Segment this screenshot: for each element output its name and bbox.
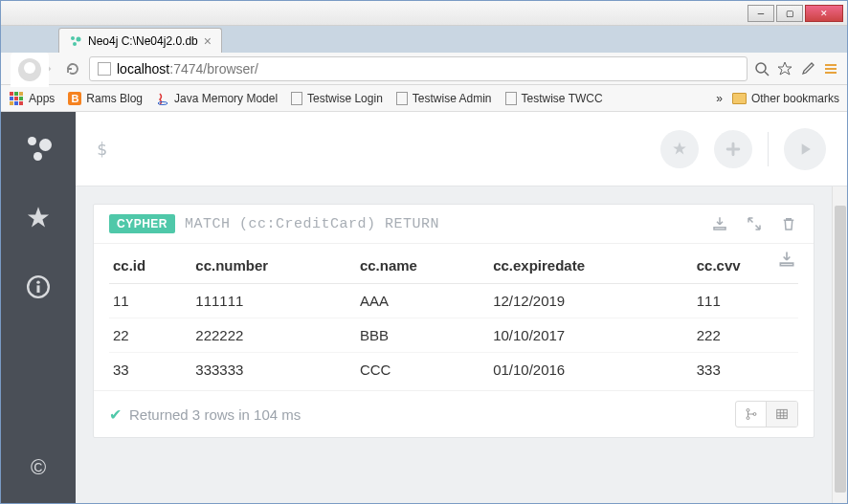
table-cell: 222222: [191, 318, 356, 353]
view-toggle: [735, 401, 798, 427]
bookmark-testwise-twcc[interactable]: Testwise TWCC: [505, 92, 603, 105]
bookmark-testwise-admin[interactable]: Testwise Admin: [396, 92, 492, 105]
table-cell: 111: [693, 284, 798, 318]
svg-rect-11: [36, 285, 39, 293]
apps-button[interactable]: Apps: [9, 91, 55, 106]
bookmarks-overflow[interactable]: »: [716, 92, 723, 105]
table-cell: 111111: [191, 284, 356, 318]
tab-close-icon[interactable]: ×: [204, 33, 212, 49]
profile-avatar[interactable]: [11, 53, 49, 87]
main-area: $ CYPHER MATCH (cc:CreditCard) RETURN: [76, 112, 847, 503]
table-view-button[interactable]: [767, 402, 797, 427]
table-cell: 333333: [191, 353, 356, 387]
table-cell: AAA: [356, 284, 489, 318]
query-editor[interactable]: $: [76, 112, 847, 186]
blogger-icon: B: [68, 92, 81, 105]
bookmark-rams-blog[interactable]: BRams Blog: [68, 92, 143, 105]
svg-point-0: [71, 36, 75, 40]
svg-point-14: [753, 413, 756, 416]
table-cell: 33: [109, 353, 191, 387]
download-icon: [777, 250, 796, 269]
url-text: localhost:7474/browser/: [117, 61, 258, 77]
result-card: CYPHER MATCH (cc:CreditCard) RETURN: [93, 204, 815, 438]
editor-prompt: $: [97, 139, 107, 159]
run-button[interactable]: [784, 128, 826, 170]
plus-icon: [724, 140, 743, 159]
minimize-button[interactable]: ─: [748, 5, 774, 22]
star-icon: [25, 205, 52, 231]
close-button[interactable]: ✕: [805, 5, 843, 22]
result-table: cc.id cc.number cc.name cc.expiredate cc…: [109, 248, 798, 386]
col-expiredate: cc.expiredate: [489, 248, 693, 284]
window: ─ ▢ ✕ Neo4j C:\Ne04j2.0.db × localhost:7…: [0, 0, 848, 504]
table-row: 11111111AAA12/12/2019111: [109, 284, 798, 318]
delete-button[interactable]: [779, 214, 798, 233]
query-text: MATCH (cc:CreditCard) RETURN: [185, 216, 439, 232]
zoom-icon[interactable]: [753, 60, 770, 77]
result-header: CYPHER MATCH (cc:CreditCard) RETURN: [94, 205, 814, 244]
reload-button[interactable]: [62, 58, 83, 79]
table-cell: BBB: [356, 318, 489, 353]
play-icon: [795, 140, 815, 159]
expand-button[interactable]: [745, 214, 764, 233]
browser-toolbar: localhost:7474/browser/: [1, 53, 847, 85]
download-icon: [711, 215, 728, 232]
eyedropper-icon[interactable]: [799, 60, 816, 77]
neo4j-app: © $ CYPHER MATCH (cc:CreditCard) RETURN: [1, 112, 847, 503]
bookmarks-bar: Apps BRams Blog Java Memory Model Testwi…: [1, 85, 847, 112]
java-icon: [156, 92, 169, 105]
table-cell: 01/10/2016: [489, 353, 693, 387]
file-icon: [396, 92, 408, 105]
copyright-icon: ©: [31, 455, 46, 480]
file-icon: [291, 92, 302, 105]
titlebar: ─ ▢ ✕: [1, 1, 847, 26]
export-button[interactable]: [710, 214, 729, 233]
star-icon: [670, 140, 689, 159]
status-text: Returned 3 rows in 104 ms: [129, 406, 301, 423]
sidebar-about[interactable]: ©: [22, 451, 55, 484]
neo4j-favicon-icon: [69, 34, 82, 48]
sidebar-info[interactable]: [22, 271, 55, 303]
favorite-button[interactable]: [660, 130, 699, 168]
svg-point-8: [158, 101, 167, 104]
address-bar[interactable]: localhost:7474/browser/: [89, 56, 748, 81]
apps-label: Apps: [29, 92, 55, 105]
col-id: cc.id: [109, 248, 191, 284]
col-name: cc.name: [356, 248, 489, 284]
graph-view-button[interactable]: [736, 402, 767, 427]
svg-point-3: [756, 63, 766, 73]
table-cell: 12/12/2019: [489, 284, 693, 318]
svg-point-13: [747, 417, 749, 420]
database-nodes-icon: [22, 135, 55, 164]
svg-point-12: [747, 408, 749, 411]
svg-rect-15: [777, 409, 788, 418]
bookmark-star-icon[interactable]: [776, 60, 793, 77]
svg-point-1: [77, 36, 81, 41]
sidebar-database[interactable]: [22, 133, 55, 165]
maximize-button[interactable]: ▢: [776, 5, 803, 22]
scrollbar[interactable]: [832, 186, 847, 503]
bookmark-java-memory[interactable]: Java Memory Model: [156, 92, 278, 105]
download-column-button[interactable]: [777, 250, 796, 269]
add-button[interactable]: [714, 130, 752, 168]
bookmark-testwise-login[interactable]: Testwise Login: [291, 92, 383, 105]
table-header-row: cc.id cc.number cc.name cc.expiredate cc…: [109, 248, 798, 284]
table-row: 33333333CCC01/10/2016333: [109, 353, 798, 387]
result-table-wrap: cc.id cc.number cc.name cc.expiredate cc…: [94, 244, 814, 386]
sidebar-favorites[interactable]: [22, 202, 55, 234]
browser-tab[interactable]: Neo4j C:\Ne04j2.0.db ×: [58, 28, 222, 53]
menu-icon[interactable]: [822, 60, 839, 77]
other-bookmarks[interactable]: Other bookmarks: [732, 92, 839, 105]
check-icon: ✔: [109, 405, 122, 424]
table-cell: CCC: [356, 353, 489, 387]
table-cell: 10/10/2017: [489, 318, 693, 353]
table-cell: 333: [693, 353, 798, 387]
table-cell: 222: [693, 318, 798, 353]
results-frame: CYPHER MATCH (cc:CreditCard) RETURN: [76, 186, 832, 503]
page-icon: [98, 62, 111, 76]
svg-point-2: [73, 42, 77, 46]
table-icon: [775, 407, 789, 421]
scroll-thumb[interactable]: [835, 206, 846, 493]
svg-point-10: [36, 280, 39, 283]
col-number: cc.number: [191, 248, 356, 284]
